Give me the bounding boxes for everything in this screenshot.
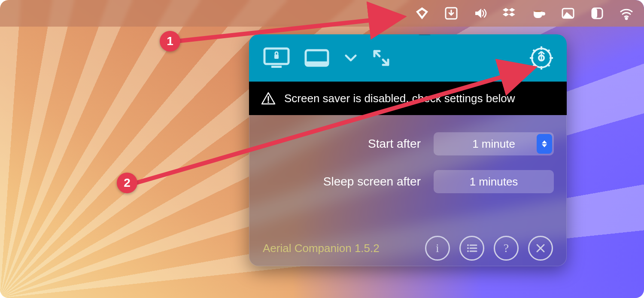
list-button[interactable] (459, 236, 484, 261)
volume-icon[interactable] (473, 6, 488, 21)
sleep-after-label: Sleep screen after (262, 175, 421, 189)
dropbox-icon[interactable] (502, 6, 517, 21)
svg-rect-4 (592, 8, 597, 18)
warning-banner: Screen saver is disabled, check settings… (249, 82, 567, 115)
expand-icon[interactable] (369, 47, 393, 69)
svg-rect-10 (306, 61, 328, 66)
start-after-value: 1 minute (472, 137, 515, 151)
warning-text: Screen saver is disabled, check settings… (284, 92, 515, 105)
desktop-wallpaper: Screen saver is disabled, check settings… (0, 0, 644, 298)
gear-icon[interactable] (530, 46, 553, 70)
warning-icon (261, 91, 276, 106)
lock-display-icon[interactable] (263, 47, 290, 69)
start-after-select[interactable]: 1 minute (434, 132, 554, 155)
popover-footer: Aerial Companion 1.5.2 i ? (249, 230, 567, 266)
close-button[interactable] (528, 236, 553, 261)
sleep-after-value: 1 minutes (470, 175, 518, 189)
stepper-icon[interactable] (537, 134, 552, 154)
aerial-popover: Screen saver is disabled, check settings… (249, 34, 567, 266)
coffee-icon[interactable] (532, 6, 546, 21)
svg-rect-8 (274, 55, 279, 59)
svg-point-26 (467, 244, 469, 246)
help-button[interactable]: ? (494, 236, 519, 261)
svg-point-25 (267, 101, 269, 103)
menu-bar (0, 0, 644, 27)
cleanshot-icon[interactable] (561, 6, 575, 21)
popover-toolbar (249, 34, 567, 82)
svg-rect-7 (271, 66, 282, 68)
wifi-icon[interactable] (619, 6, 634, 21)
svg-point-5 (626, 18, 627, 19)
info-button[interactable]: i (425, 236, 450, 261)
start-after-label: Start after (262, 137, 421, 151)
svg-point-1 (534, 10, 542, 12)
contrast-icon[interactable] (590, 6, 605, 21)
sleep-after-select[interactable]: 1 minutes (434, 170, 554, 193)
chevron-down-icon[interactable] (343, 47, 358, 69)
download-icon[interactable] (444, 6, 459, 21)
aerial-menubar-icon[interactable] (415, 6, 429, 21)
app-version-label: Aerial Companion 1.5.2 (263, 242, 416, 255)
window-icon[interactable] (301, 47, 332, 69)
svg-point-27 (467, 247, 469, 249)
svg-point-28 (467, 250, 469, 252)
